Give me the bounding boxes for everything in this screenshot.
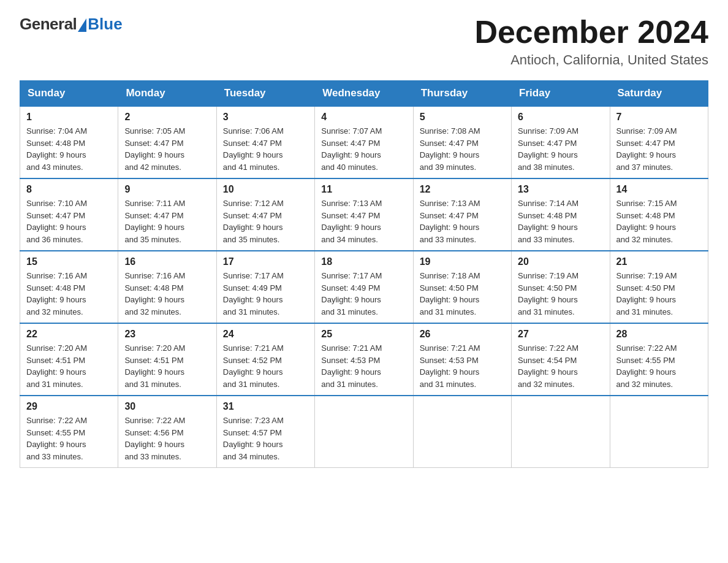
calendar-cell: 11Sunrise: 7:13 AMSunset: 4:47 PMDayligh… bbox=[315, 178, 413, 251]
day-number: 16 bbox=[124, 256, 210, 267]
day-info: Sunrise: 7:21 AMSunset: 4:53 PMDaylight:… bbox=[321, 342, 406, 390]
calendar-cell bbox=[315, 396, 413, 468]
day-number: 14 bbox=[616, 184, 702, 195]
calendar-cell: 9Sunrise: 7:11 AMSunset: 4:47 PMDaylight… bbox=[118, 178, 216, 251]
logo-general-text: General bbox=[20, 15, 77, 34]
page-header: General Blue December 2024 Antioch, Cali… bbox=[20, 15, 708, 68]
day-info: Sunrise: 7:21 AMSunset: 4:52 PMDaylight:… bbox=[223, 342, 308, 390]
day-number: 7 bbox=[616, 112, 702, 123]
day-number: 3 bbox=[223, 112, 308, 123]
day-info: Sunrise: 7:23 AMSunset: 4:57 PMDaylight:… bbox=[223, 415, 308, 462]
day-info: Sunrise: 7:07 AMSunset: 4:47 PMDaylight:… bbox=[321, 125, 406, 173]
calendar-cell: 27Sunrise: 7:22 AMSunset: 4:54 PMDayligh… bbox=[512, 323, 610, 396]
day-info: Sunrise: 7:17 AMSunset: 4:49 PMDaylight:… bbox=[223, 270, 308, 318]
header-tuesday: Tuesday bbox=[216, 81, 314, 107]
day-info: Sunrise: 7:15 AMSunset: 4:48 PMDaylight:… bbox=[616, 197, 702, 245]
calendar-cell: 8Sunrise: 7:10 AMSunset: 4:47 PMDaylight… bbox=[20, 178, 118, 251]
day-info: Sunrise: 7:11 AMSunset: 4:47 PMDaylight:… bbox=[124, 197, 210, 245]
calendar-cell: 31Sunrise: 7:23 AMSunset: 4:57 PMDayligh… bbox=[216, 396, 314, 468]
day-number: 5 bbox=[420, 112, 505, 123]
day-number: 21 bbox=[616, 256, 702, 267]
day-number: 12 bbox=[420, 184, 505, 195]
calendar-cell: 23Sunrise: 7:20 AMSunset: 4:51 PMDayligh… bbox=[118, 323, 216, 396]
day-number: 8 bbox=[26, 184, 112, 195]
day-number: 1 bbox=[26, 112, 112, 123]
day-info: Sunrise: 7:09 AMSunset: 4:47 PMDaylight:… bbox=[616, 125, 702, 173]
calendar-cell: 1Sunrise: 7:04 AMSunset: 4:48 PMDaylight… bbox=[20, 106, 118, 178]
day-number: 23 bbox=[124, 329, 210, 340]
calendar-cell: 20Sunrise: 7:19 AMSunset: 4:50 PMDayligh… bbox=[512, 251, 610, 323]
header-friday: Friday bbox=[512, 81, 610, 107]
week-row-2: 8Sunrise: 7:10 AMSunset: 4:47 PMDaylight… bbox=[20, 178, 708, 251]
calendar-cell: 18Sunrise: 7:17 AMSunset: 4:49 PMDayligh… bbox=[315, 251, 413, 323]
calendar-header-row: SundayMondayTuesdayWednesdayThursdayFrid… bbox=[20, 81, 708, 107]
day-number: 6 bbox=[518, 112, 603, 123]
calendar-cell: 14Sunrise: 7:15 AMSunset: 4:48 PMDayligh… bbox=[610, 178, 708, 251]
calendar-cell: 17Sunrise: 7:17 AMSunset: 4:49 PMDayligh… bbox=[216, 251, 314, 323]
day-info: Sunrise: 7:04 AMSunset: 4:48 PMDaylight:… bbox=[26, 125, 112, 173]
day-info: Sunrise: 7:16 AMSunset: 4:48 PMDaylight:… bbox=[124, 270, 210, 318]
day-number: 4 bbox=[321, 112, 406, 123]
calendar-cell: 21Sunrise: 7:19 AMSunset: 4:50 PMDayligh… bbox=[610, 251, 708, 323]
day-number: 18 bbox=[321, 256, 406, 267]
day-info: Sunrise: 7:09 AMSunset: 4:47 PMDaylight:… bbox=[518, 125, 603, 173]
header-wednesday: Wednesday bbox=[315, 81, 413, 107]
day-info: Sunrise: 7:13 AMSunset: 4:47 PMDaylight:… bbox=[420, 197, 505, 245]
day-number: 11 bbox=[321, 184, 406, 195]
week-row-1: 1Sunrise: 7:04 AMSunset: 4:48 PMDaylight… bbox=[20, 106, 708, 178]
day-number: 9 bbox=[124, 184, 210, 195]
calendar-cell: 16Sunrise: 7:16 AMSunset: 4:48 PMDayligh… bbox=[118, 251, 216, 323]
day-number: 28 bbox=[616, 329, 702, 340]
calendar-cell: 24Sunrise: 7:21 AMSunset: 4:52 PMDayligh… bbox=[216, 323, 314, 396]
week-row-3: 15Sunrise: 7:16 AMSunset: 4:48 PMDayligh… bbox=[20, 251, 708, 323]
day-number: 17 bbox=[223, 256, 308, 267]
logo-blue-text: Blue bbox=[88, 15, 122, 34]
day-info: Sunrise: 7:19 AMSunset: 4:50 PMDaylight:… bbox=[616, 270, 702, 318]
day-info: Sunrise: 7:20 AMSunset: 4:51 PMDaylight:… bbox=[124, 342, 210, 390]
calendar-cell: 29Sunrise: 7:22 AMSunset: 4:55 PMDayligh… bbox=[20, 396, 118, 468]
day-info: Sunrise: 7:08 AMSunset: 4:47 PMDaylight:… bbox=[420, 125, 505, 173]
calendar-cell: 4Sunrise: 7:07 AMSunset: 4:47 PMDaylight… bbox=[315, 106, 413, 178]
calendar-cell: 25Sunrise: 7:21 AMSunset: 4:53 PMDayligh… bbox=[315, 323, 413, 396]
day-info: Sunrise: 7:10 AMSunset: 4:47 PMDaylight:… bbox=[26, 197, 112, 245]
day-info: Sunrise: 7:13 AMSunset: 4:47 PMDaylight:… bbox=[321, 197, 406, 245]
calendar-cell bbox=[413, 396, 511, 468]
day-info: Sunrise: 7:22 AMSunset: 4:55 PMDaylight:… bbox=[26, 415, 112, 462]
day-number: 19 bbox=[420, 256, 505, 267]
day-info: Sunrise: 7:22 AMSunset: 4:55 PMDaylight:… bbox=[616, 342, 702, 390]
day-info: Sunrise: 7:05 AMSunset: 4:47 PMDaylight:… bbox=[124, 125, 210, 173]
calendar-cell: 3Sunrise: 7:06 AMSunset: 4:47 PMDaylight… bbox=[216, 106, 314, 178]
calendar-cell: 22Sunrise: 7:20 AMSunset: 4:51 PMDayligh… bbox=[20, 323, 118, 396]
header-monday: Monday bbox=[118, 81, 216, 107]
calendar-cell bbox=[512, 396, 610, 468]
calendar-cell: 13Sunrise: 7:14 AMSunset: 4:48 PMDayligh… bbox=[512, 178, 610, 251]
day-number: 27 bbox=[518, 329, 603, 340]
week-row-4: 22Sunrise: 7:20 AMSunset: 4:51 PMDayligh… bbox=[20, 323, 708, 396]
calendar-cell: 26Sunrise: 7:21 AMSunset: 4:53 PMDayligh… bbox=[413, 323, 511, 396]
day-number: 29 bbox=[26, 401, 112, 412]
day-info: Sunrise: 7:22 AMSunset: 4:54 PMDaylight:… bbox=[518, 342, 603, 390]
calendar-title: December 2024 bbox=[474, 15, 708, 50]
day-info: Sunrise: 7:14 AMSunset: 4:48 PMDaylight:… bbox=[518, 197, 603, 245]
calendar-cell bbox=[610, 396, 708, 468]
day-info: Sunrise: 7:12 AMSunset: 4:47 PMDaylight:… bbox=[223, 197, 308, 245]
logo: General Blue bbox=[20, 15, 123, 34]
week-row-5: 29Sunrise: 7:22 AMSunset: 4:55 PMDayligh… bbox=[20, 396, 708, 468]
day-info: Sunrise: 7:17 AMSunset: 4:49 PMDaylight:… bbox=[321, 270, 406, 318]
day-info: Sunrise: 7:22 AMSunset: 4:56 PMDaylight:… bbox=[124, 415, 210, 462]
day-number: 13 bbox=[518, 184, 603, 195]
day-info: Sunrise: 7:21 AMSunset: 4:53 PMDaylight:… bbox=[420, 342, 505, 390]
calendar-cell: 6Sunrise: 7:09 AMSunset: 4:47 PMDaylight… bbox=[512, 106, 610, 178]
day-number: 15 bbox=[26, 256, 112, 267]
calendar-cell: 5Sunrise: 7:08 AMSunset: 4:47 PMDaylight… bbox=[413, 106, 511, 178]
day-info: Sunrise: 7:20 AMSunset: 4:51 PMDaylight:… bbox=[26, 342, 112, 390]
day-info: Sunrise: 7:19 AMSunset: 4:50 PMDaylight:… bbox=[518, 270, 603, 318]
calendar-table: SundayMondayTuesdayWednesdayThursdayFrid… bbox=[20, 80, 708, 468]
calendar-subtitle: Antioch, California, United States bbox=[474, 52, 708, 68]
calendar-cell: 19Sunrise: 7:18 AMSunset: 4:50 PMDayligh… bbox=[413, 251, 511, 323]
calendar-cell: 28Sunrise: 7:22 AMSunset: 4:55 PMDayligh… bbox=[610, 323, 708, 396]
day-number: 26 bbox=[420, 329, 505, 340]
logo-triangle-icon bbox=[78, 18, 86, 32]
day-number: 2 bbox=[124, 112, 210, 123]
day-info: Sunrise: 7:06 AMSunset: 4:47 PMDaylight:… bbox=[223, 125, 308, 173]
